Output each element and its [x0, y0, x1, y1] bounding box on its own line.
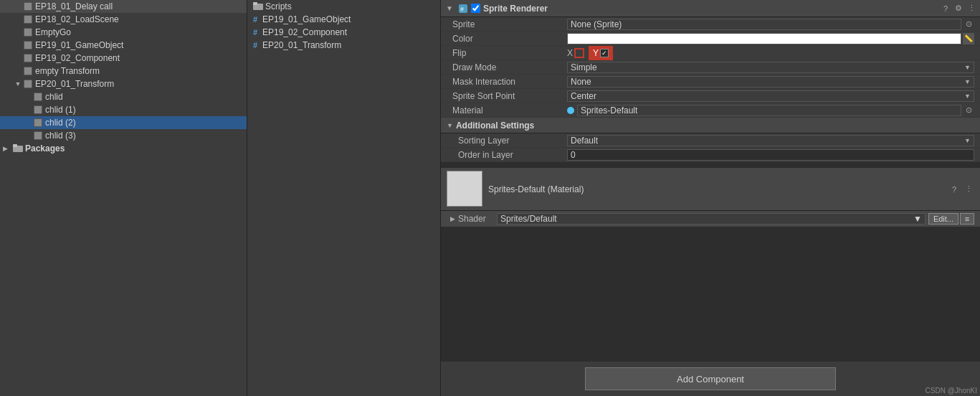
item-label: EP18_02_LoadScene: [35, 14, 119, 24]
hierarchy-item-ep19-go[interactable]: EP19_01_GameObject: [0, 39, 247, 52]
sprite-sort-label: Sprite Sort Point: [452, 91, 567, 101]
draw-mode-value-container: Simple ▼: [567, 62, 974, 73]
edit-button[interactable]: Edit...: [928, 213, 958, 225]
draw-mode-property-row: Draw Mode Simple ▼: [441, 60, 980, 75]
add-component-button[interactable]: Add Component: [585, 367, 836, 390]
sorting-layer-property-row: Sorting Layer Default ▼: [441, 133, 980, 148]
chevron-down-icon: ▼: [964, 137, 971, 144]
chevron-down-icon: ▼: [964, 78, 971, 85]
expand-arrow: [13, 1, 23, 11]
shader-expand-arrow[interactable]: ▶: [447, 213, 458, 225]
sorting-layer-value: Default: [571, 136, 598, 146]
flip-x-label: X: [567, 48, 573, 58]
mask-interaction-property-row: Mask Interaction None ▼: [441, 75, 980, 89]
hierarchy-panel: EP18_01_Delay call EP18_02_LoadScene Emp…: [0, 0, 247, 396]
sprite-sort-property-row: Sprite Sort Point Center ▼: [441, 89, 980, 103]
settings-icon[interactable]: ⚙: [953, 3, 964, 14]
mask-interaction-dropdown[interactable]: None ▼: [567, 76, 974, 88]
packages-label: Packages: [25, 143, 65, 154]
hierarchy-item-packages[interactable]: ▶ Packages: [0, 142, 247, 155]
cube-icon: [23, 79, 33, 89]
project-scripts-folder[interactable]: Scripts: [247, 0, 440, 13]
cube-icon: [33, 131, 43, 141]
sprite-sort-dropdown[interactable]: Center ▼: [567, 90, 974, 102]
collapse-arrow[interactable]: ▼: [444, 3, 455, 14]
item-label: EmptyGo: [35, 27, 71, 37]
sprite-dropdown[interactable]: None (Sprite): [567, 19, 961, 30]
list-button[interactable]: ≡: [960, 213, 974, 225]
hierarchy-items: EP18_01_Delay call EP18_02_LoadScene Emp…: [0, 0, 247, 396]
project-items: Scripts # EP19_01_GameObject # EP19_02_C…: [247, 0, 440, 396]
sprite-renderer-icon: #: [457, 3, 469, 14]
material-block-title: Sprites-Default (Material): [488, 184, 584, 194]
draw-mode-value: Simple: [571, 62, 597, 72]
expand-arrow: ▼: [13, 79, 23, 89]
svg-text:#: #: [460, 6, 464, 13]
hierarchy-item-ep20-transform[interactable]: ▼ EP20_01_Transform: [0, 77, 247, 90]
cube-icon: [33, 92, 43, 102]
expand-arrow: [23, 105, 33, 115]
expand-arrow: ▶: [3, 145, 13, 152]
color-field[interactable]: [567, 33, 961, 44]
project-item-ep20-transform[interactable]: # EP20_01_Transform: [247, 39, 440, 52]
separator-2: [441, 227, 980, 362]
project-item-ep19-comp[interactable]: # EP19_02_Component: [247, 26, 440, 39]
sprite-value-text: None (Sprite): [571, 19, 622, 29]
hierarchy-item-chlid3[interactable]: chlid (3): [0, 129, 247, 142]
help-icon[interactable]: ?: [948, 184, 960, 195]
flip-x-container: X: [567, 48, 584, 58]
more-icon[interactable]: ⋮: [966, 3, 977, 14]
shader-value: Sprites/Default: [500, 214, 557, 224]
hierarchy-item-ep18-delay[interactable]: EP18_01_Delay call: [0, 0, 247, 13]
sprite-property-row: Sprite None (Sprite) ⊙: [441, 17, 980, 32]
hierarchy-item-chlid2[interactable]: chlid (2): [0, 116, 247, 129]
expand-arrow: [13, 14, 23, 24]
material-dropdown[interactable]: Sprites-Default: [577, 105, 961, 116]
color-label: Color: [452, 34, 567, 44]
more-icon[interactable]: ⋮: [963, 184, 974, 195]
item-label: chlid: [45, 92, 63, 102]
sprite-sort-value: Center: [571, 91, 596, 101]
flip-property-row: Flip X Y ✓: [441, 46, 980, 60]
item-label: EP20_01_Transform: [262, 40, 341, 50]
cube-icon: [33, 105, 43, 115]
hierarchy-item-empty-transform[interactable]: empty Transform: [0, 65, 247, 77]
color-picker-btn[interactable]: 📏: [963, 33, 974, 44]
draw-mode-label: Draw Mode: [452, 62, 567, 72]
chevron-down-icon: ▼: [964, 93, 971, 100]
sorting-layer-dropdown[interactable]: Default ▼: [567, 135, 974, 146]
material-property-row: Material Sprites-Default ⊙: [441, 103, 980, 118]
folder-icon: [13, 143, 23, 154]
scripts-label: Scripts: [265, 1, 292, 11]
hierarchy-item-emptygo[interactable]: EmptyGo: [0, 26, 247, 39]
item-label: EP20_01_Transform: [35, 79, 114, 89]
project-item-ep19-go[interactable]: # EP19_01_GameObject: [247, 13, 440, 26]
draw-mode-dropdown[interactable]: Simple ▼: [567, 62, 974, 73]
sprite-target-btn[interactable]: ⊙: [963, 19, 974, 30]
hierarchy-item-ep18-load[interactable]: EP18_02_LoadScene: [0, 13, 247, 26]
svg-rect-1: [13, 144, 17, 147]
sprite-sort-value-container: Center ▼: [567, 90, 974, 102]
shader-dropdown[interactable]: Sprites/Default ▼: [497, 213, 926, 225]
cube-icon: [23, 14, 33, 24]
flip-x-checkbox[interactable]: [574, 48, 584, 58]
flip-y-checkbox[interactable]: ✓: [600, 49, 609, 57]
cube-icon: [23, 40, 33, 50]
material-block: Sprites-Default (Material) ? ⋮: [441, 168, 980, 211]
additional-settings-header[interactable]: ▼ Additional Settings: [441, 118, 980, 133]
mask-interaction-value-container: None ▼: [567, 76, 974, 88]
material-target-btn[interactable]: ⊙: [963, 105, 974, 116]
component-enable-checkbox[interactable]: [471, 4, 480, 13]
hierarchy-item-chlid[interactable]: chlid: [0, 90, 247, 103]
sprite-label: Sprite: [452, 19, 567, 29]
order-in-layer-label: Order in Layer: [452, 150, 567, 160]
flip-value-container: X Y ✓: [567, 46, 974, 60]
folder-icon: [253, 1, 263, 12]
hierarchy-item-ep19-comp[interactable]: EP19_02_Component: [0, 52, 247, 65]
help-icon[interactable]: ?: [940, 3, 951, 14]
order-in-layer-input[interactable]: [567, 149, 974, 161]
mask-interaction-value: None: [571, 77, 591, 87]
hierarchy-item-chlid1[interactable]: chlid (1): [0, 103, 247, 116]
cube-icon: [23, 1, 33, 11]
item-label: EP18_01_Delay call: [35, 1, 113, 11]
